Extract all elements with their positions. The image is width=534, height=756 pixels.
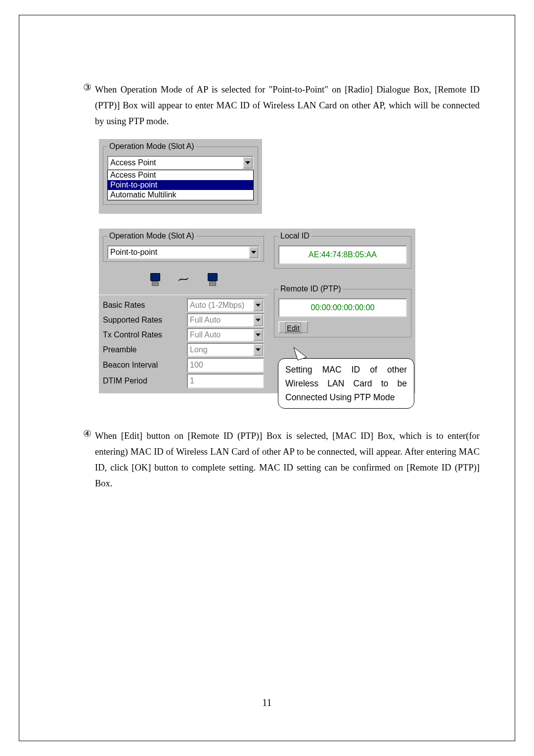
chevron-down-icon[interactable] — [253, 299, 263, 311]
tx-control-rates-label: Tx Control Rates — [103, 331, 187, 339]
screenshot-radio-settings: Operation Mode (Slot A) Point-to-point ⁓… — [99, 229, 415, 393]
dtim-period-label: DTIM Period — [103, 377, 187, 385]
local-id-fieldset: Local ID AE:44:74:8B:05:AA — [274, 232, 411, 269]
preamble-value: Long — [188, 345, 253, 355]
opmode-combo-2-value: Point-to-point — [108, 247, 249, 257]
tx-control-rates-value: Full Auto — [188, 330, 253, 340]
callout-text: Setting MAC ID of other Wireless LAN Car… — [285, 365, 407, 402]
opmode-combo-2[interactable]: Point-to-point — [107, 245, 260, 259]
edit-button[interactable]: Edit — [278, 321, 308, 333]
opmode-fieldset-2: Operation Mode (Slot A) Point-to-point — [103, 232, 264, 262]
ptp-link-icon: ⁓ — [177, 273, 189, 287]
opmode-combo-1[interactable]: Access Point — [107, 156, 254, 170]
ptp-diagram: ⁓ — [99, 265, 268, 295]
list-marker-3: ③ — [79, 82, 95, 129]
opmode-legend-2: Operation Mode (Slot A) — [107, 232, 196, 240]
beacon-interval-input[interactable]: 100 — [187, 358, 264, 373]
chevron-down-icon[interactable] — [243, 157, 253, 169]
supported-rates-label: Supported Rates — [103, 316, 187, 325]
preamble-label: Preamble — [103, 345, 187, 354]
opmode-listbox[interactable]: Access Point Point-to-point Automatic Mu… — [107, 170, 254, 200]
list-marker-4: ④ — [79, 428, 95, 491]
opmode-combo-1-value: Access Point — [108, 158, 243, 168]
chevron-down-icon[interactable] — [249, 246, 259, 258]
list-text-4: When [Edit] button on [Remote ID (PTP)] … — [95, 428, 480, 491]
chevron-down-icon[interactable] — [253, 344, 263, 356]
remote-id-value: 00:00:00:00:00:00 — [282, 301, 403, 314]
opmode-legend-1: Operation Mode (Slot A) — [107, 142, 196, 151]
callout-box: Setting MAC ID of other Wireless LAN Car… — [278, 358, 414, 409]
basic-rates-combo[interactable]: Auto (1-2Mbps) — [187, 298, 264, 312]
local-id-value-box: AE:44:74:8B:05:AA — [278, 245, 407, 264]
page-content: ③ When Operation Mode of AP is selected … — [79, 82, 480, 495]
basic-rates-label: Basic Rates — [103, 301, 187, 310]
chevron-down-icon[interactable] — [253, 329, 263, 341]
ap-icon — [149, 273, 160, 286]
dtim-period-input[interactable]: 1 — [187, 374, 264, 388]
opmode-fieldset-1: Operation Mode (Slot A) Access Point Acc… — [103, 142, 258, 205]
list-text-3: When Operation Mode of AP is selected fo… — [95, 82, 480, 129]
screenshot-opmode-dropdown: Operation Mode (Slot A) Access Point Acc… — [99, 139, 262, 214]
basic-rates-value: Auto (1-2Mbps) — [188, 300, 253, 310]
supported-rates-combo[interactable]: Full Auto — [187, 313, 264, 327]
local-id-legend: Local ID — [278, 232, 312, 240]
preamble-combo[interactable]: Long — [187, 343, 264, 357]
chevron-down-icon[interactable] — [253, 314, 263, 326]
opmode-option-automatic-multilink[interactable]: Automatic Multilink — [108, 190, 253, 200]
list-item-4: ④ When [Edit] button on [Remote ID (PTP)… — [79, 428, 480, 491]
supported-rates-value: Full Auto — [188, 315, 253, 325]
callout-tail — [293, 346, 312, 362]
remote-id-value-box: 00:00:00:00:00:00 — [278, 298, 407, 317]
tx-control-rates-combo[interactable]: Full Auto — [187, 328, 264, 342]
remote-id-fieldset: Remote ID (PTP) 00:00:00:00:00:00 Edit — [274, 284, 411, 337]
opmode-option-point-to-point[interactable]: Point-to-point — [108, 180, 253, 190]
remote-id-legend: Remote ID (PTP) — [278, 284, 343, 293]
beacon-interval-label: Beacon Interval — [103, 361, 187, 370]
edit-button-label: Edit — [287, 324, 300, 332]
ap-icon — [207, 273, 218, 286]
list-item-3: ③ When Operation Mode of AP is selected … — [79, 82, 480, 129]
local-id-value: AE:44:74:8B:05:AA — [282, 248, 403, 261]
opmode-option-access-point[interactable]: Access Point — [108, 170, 253, 180]
page-number: 11 — [0, 697, 534, 709]
